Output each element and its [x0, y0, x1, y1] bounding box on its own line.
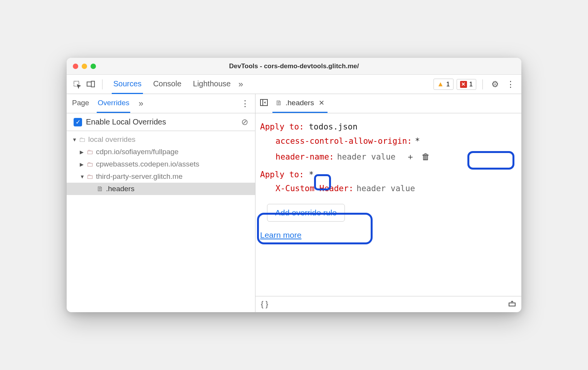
- folder-icon: 🗀: [87, 148, 94, 156]
- editor-body: Apply to: todos.json access-control-allo…: [255, 113, 521, 296]
- tree-folder-item[interactable]: ▶ 🗀 cpwebassets.codepen.io/assets: [67, 158, 255, 170]
- header-row[interactable]: access-control-allow-origin: *: [260, 135, 517, 148]
- enable-overrides-label: Enable Local Overrides: [86, 118, 166, 126]
- clear-overrides-icon[interactable]: ⊘: [241, 117, 248, 127]
- device-toolbar-icon[interactable]: [85, 79, 97, 90]
- titlebar: DevTools - cors-demo-devtools.glitch.me/: [67, 58, 521, 75]
- header-row[interactable]: header-name: header value ＋ 🗑: [260, 148, 517, 165]
- tree-file-headers[interactable]: 🗎 .headers: [67, 183, 255, 195]
- show-drawer-icon[interactable]: [508, 300, 516, 309]
- chevron-right-icon: ▶: [80, 161, 84, 167]
- devtools-window: DevTools - cors-demo-devtools.glitch.me/…: [67, 58, 521, 312]
- warning-count: 1: [446, 81, 450, 88]
- learn-more-link[interactable]: Learn more: [260, 229, 301, 242]
- tree-folder-item[interactable]: ▶ 🗀 cdpn.io/sofiayem/fullpage: [67, 146, 255, 158]
- folder-icon: 🗀: [87, 160, 94, 168]
- enable-overrides-row: ✓ Enable Local Overrides ⊘: [67, 113, 255, 131]
- add-header-icon[interactable]: ＋: [406, 150, 415, 164]
- tab-overrides[interactable]: Overrides: [97, 94, 130, 113]
- warnings-badge[interactable]: ▲ 1: [433, 79, 453, 90]
- delete-header-icon[interactable]: 🗑: [422, 150, 430, 164]
- tab-page[interactable]: Page: [71, 94, 90, 113]
- errors-badge[interactable]: ✕ 1: [457, 79, 476, 90]
- maximize-window-button[interactable]: [91, 64, 96, 69]
- toggle-navigator-icon[interactable]: [259, 99, 269, 108]
- chevron-down-icon: ▼: [80, 174, 84, 180]
- enable-overrides-checkbox[interactable]: ✓: [74, 118, 82, 126]
- close-window-button[interactable]: [73, 64, 78, 69]
- divider: [482, 79, 483, 89]
- file-tree: ▼ 🗀 local overrides ▶ 🗀 cdpn.io/sofiayem…: [67, 131, 255, 312]
- close-tab-icon[interactable]: ✕: [319, 99, 324, 107]
- folder-icon: 🗀: [87, 173, 94, 181]
- svg-rect-2: [91, 81, 94, 87]
- more-tabs-icon[interactable]: »: [239, 79, 243, 89]
- editor-footer: { }: [255, 296, 521, 312]
- file-icon: 🗎: [97, 185, 104, 193]
- sidebar: Page Overrides » ⋮ ✓ Enable Local Overri…: [67, 94, 255, 312]
- tree-folder-item[interactable]: ▼ 🗀 third-party-server.glitch.me: [67, 170, 255, 183]
- svg-rect-5: [509, 303, 515, 306]
- traffic-lights: [73, 64, 96, 69]
- editor-pane: 🗎 .headers ✕ Apply to: todos.json access…: [255, 94, 521, 312]
- minimize-window-button[interactable]: [82, 64, 87, 69]
- pretty-print-icon[interactable]: { }: [261, 300, 268, 309]
- editor-tab-label: .headers: [286, 99, 314, 107]
- window-title: DevTools - cors-demo-devtools.glitch.me/: [73, 62, 515, 70]
- error-count: 1: [469, 81, 473, 88]
- add-override-rule-button[interactable]: Add override rule: [267, 204, 345, 222]
- inspect-element-icon[interactable]: [71, 79, 83, 90]
- apply-to-row[interactable]: Apply to: todos.json: [260, 120, 517, 134]
- tree-folder-root[interactable]: ▼ 🗀 local overrides: [67, 133, 255, 146]
- header-row[interactable]: X-Custom-Header: header value: [260, 182, 517, 195]
- folder-icon: 🗀: [79, 136, 86, 144]
- main-toolbar: Sources Console Lighthouse » ▲ 1 ✕ 1 ⚙ ⋮: [67, 75, 521, 94]
- more-menu-icon[interactable]: ⋮: [504, 79, 517, 89]
- main-tabs: Sources Console Lighthouse: [112, 75, 232, 94]
- apply-to-row[interactable]: Apply to: *: [260, 168, 517, 182]
- warning-icon: ▲: [437, 80, 444, 88]
- sidebar-more-icon[interactable]: ⋮: [240, 99, 250, 109]
- sidebar-tabs: Page Overrides » ⋮: [67, 94, 255, 113]
- chevron-down-icon: ▼: [72, 137, 77, 143]
- file-icon: 🗎: [276, 99, 282, 107]
- more-sidebar-tabs-icon[interactable]: »: [139, 99, 143, 109]
- editor-tabs: 🗎 .headers ✕: [255, 94, 521, 113]
- tab-console[interactable]: Console: [151, 75, 183, 94]
- header-actions: ＋ 🗑: [402, 148, 434, 165]
- tab-sources[interactable]: Sources: [112, 75, 143, 94]
- error-icon: ✕: [460, 81, 467, 88]
- editor-tab-headers[interactable]: 🗎 .headers ✕: [272, 94, 328, 113]
- tab-lighthouse[interactable]: Lighthouse: [192, 75, 232, 94]
- settings-icon[interactable]: ⚙: [489, 79, 501, 89]
- divider: [102, 79, 102, 89]
- content-area: Page Overrides » ⋮ ✓ Enable Local Overri…: [67, 94, 521, 312]
- chevron-right-icon: ▶: [80, 149, 84, 155]
